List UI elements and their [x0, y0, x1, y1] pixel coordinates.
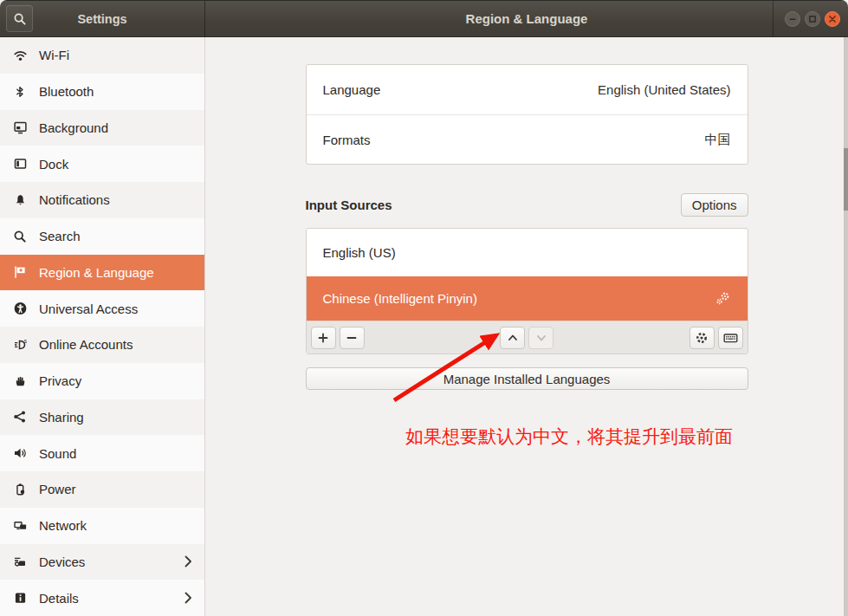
chevron-down-icon [535, 332, 547, 344]
input-source-row-chinese[interactable]: Chinese (Intelligent Pinyin) [307, 276, 748, 321]
network-icon [12, 519, 28, 533]
info-icon [12, 591, 28, 605]
sidebar-item-region-language[interactable]: Region & Language [0, 255, 204, 291]
headerbar: Settings Region & Language [0, 0, 848, 37]
manage-installed-languages-button[interactable]: Manage Installed Languages [306, 367, 748, 390]
keyboard-icon [723, 331, 738, 345]
sidebar-item-dock[interactable]: Dock [0, 146, 204, 182]
input-sources-header: Input Sources Options [306, 193, 748, 217]
sidebar-item-label: Dock [39, 157, 68, 172]
input-sources-title: Input Sources [306, 198, 392, 212]
wifi-icon [12, 49, 28, 62]
options-button[interactable]: Options [681, 193, 748, 217]
sidebar-item-label: Sharing [39, 410, 84, 425]
scrollbar-handle[interactable] [844, 148, 848, 211]
language-label: Language [323, 82, 381, 97]
sidebar-item-label: Wi-Fi [39, 48, 69, 62]
region-language-panel: Language English (United States) Formats… [205, 37, 848, 616]
annotation-text: 如果想要默认为中文，将其提升到最前面 [374, 425, 764, 449]
sidebar-item-wifi[interactable]: Wi-Fi [0, 37, 204, 74]
sidebar-item-network[interactable]: Network [0, 508, 204, 544]
close-icon [828, 15, 837, 23]
formats-label: Formats [323, 133, 371, 147]
online-accounts-icon: s [12, 338, 28, 352]
dock-icon [12, 157, 28, 171]
sidebar-item-label: Sound [39, 446, 76, 461]
scrollbar[interactable] [844, 37, 848, 616]
sidebar-item-power[interactable]: Power [0, 471, 204, 508]
keyboard-shortcuts-button[interactable] [718, 327, 743, 349]
share-icon [12, 410, 28, 424]
formats-row[interactable]: Formats 中国 [307, 114, 748, 164]
window-title: Region & Language [205, 11, 848, 26]
maximize-icon [808, 15, 817, 23]
chevron-up-icon [507, 332, 519, 344]
sidebar-item-label: Network [39, 518, 87, 533]
search-icon [12, 230, 28, 243]
sidebar-item-bluetooth[interactable]: Bluetooth [0, 74, 204, 110]
window-controls [773, 1, 848, 36]
input-source-label: Chinese (Intelligent Pinyin) [323, 291, 477, 306]
sidebar-item-label: Notifications [39, 192, 110, 207]
move-up-button[interactable] [500, 327, 525, 349]
input-source-label: English (US) [323, 245, 396, 260]
input-source-settings-icon[interactable] [715, 291, 731, 306]
bell-icon [12, 193, 28, 207]
plus-icon [317, 332, 329, 344]
add-source-button[interactable] [311, 327, 336, 349]
sidebar-item-sound[interactable]: Sound [0, 435, 204, 471]
language-value: English (United States) [598, 82, 730, 97]
battery-icon [12, 483, 28, 496]
app-title: Settings [77, 12, 126, 26]
window-body: Wi-Fi Bluetooth Background [0, 37, 848, 616]
sidebar-item-devices[interactable]: Devices [0, 544, 204, 580]
sidebar-item-details[interactable]: Details [0, 580, 204, 616]
sidebar-item-label: Details [39, 591, 79, 606]
language-formats-card: Language English (United States) Formats… [306, 64, 748, 165]
sidebar-item-sharing[interactable]: Sharing [0, 399, 204, 436]
maximize-button[interactable] [805, 11, 820, 27]
sidebar-item-label: Online Accounts [39, 337, 133, 352]
speaker-icon [12, 446, 28, 460]
titlebar: Region & Language [205, 1, 848, 36]
gear-icon [695, 331, 709, 345]
sidebar-item-label: Power [39, 482, 76, 496]
formats-value: 中国 [705, 132, 731, 148]
close-button[interactable] [825, 11, 840, 27]
input-source-row-english[interactable]: English (US) [307, 229, 748, 276]
sidebar-item-label: Universal Access [39, 302, 138, 316]
svg-text:s: s [23, 338, 27, 344]
source-preferences-button[interactable] [689, 327, 715, 349]
search-icon [13, 12, 27, 26]
language-row[interactable]: Language English (United States) [307, 65, 748, 114]
sidebar-item-universal-access[interactable]: Universal Access [0, 290, 204, 327]
sidebar-item-online-accounts[interactable]: s Online Accounts [0, 327, 204, 363]
sidebar: Wi-Fi Bluetooth Background [0, 37, 205, 616]
sidebar-item-label: Privacy [39, 373, 81, 388]
sidebar-header: Settings [0, 1, 205, 36]
settings-window: Settings Region & Language [0, 0, 848, 616]
sidebar-item-search[interactable]: Search [0, 218, 204, 255]
bluetooth-icon [12, 85, 28, 99]
sidebar-item-label: Bluetooth [39, 84, 94, 99]
minus-icon [346, 332, 358, 344]
devices-icon [12, 554, 28, 568]
chevron-right-icon [184, 592, 192, 604]
search-button[interactable] [6, 5, 33, 32]
sidebar-item-label: Search [39, 229, 81, 243]
accessibility-icon [12, 302, 28, 315]
sidebar-item-notifications[interactable]: Notifications [0, 182, 204, 218]
sidebar-item-label: Devices [39, 554, 85, 569]
sidebar-item-label: Region & Language [39, 265, 154, 280]
input-sources-card: English (US) Chinese (Intelligent Pinyin… [306, 228, 748, 354]
sidebar-item-privacy[interactable]: Privacy [0, 363, 204, 399]
minimize-button[interactable] [785, 11, 800, 27]
chevron-right-icon [184, 555, 192, 567]
move-down-button[interactable] [528, 327, 553, 349]
remove-source-button[interactable] [340, 327, 365, 349]
flag-icon [12, 265, 28, 279]
sidebar-item-background[interactable]: Background [0, 110, 204, 146]
background-icon [12, 120, 28, 134]
sidebar-item-label: Background [39, 120, 108, 135]
input-sources-toolbar [307, 321, 748, 353]
